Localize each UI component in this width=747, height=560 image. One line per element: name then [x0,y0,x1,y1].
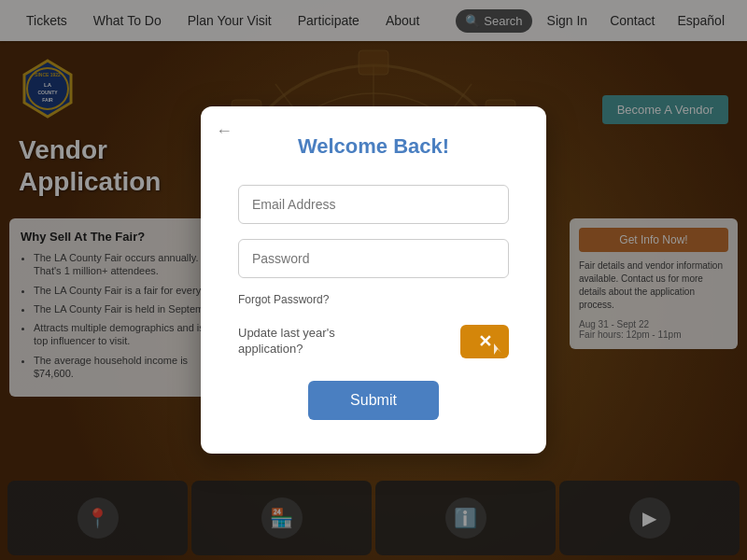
update-toggle[interactable]: ✕ [460,325,509,358]
modal-back-button[interactable]: ← [216,121,233,141]
modal-title: Welcome Back! [238,134,509,159]
login-modal: ← Welcome Back! Forgot Password? Update … [201,106,546,454]
update-label: Update last year'sapplication? [238,326,335,357]
password-input[interactable] [238,239,509,278]
svg-marker-28 [494,343,501,355]
update-application-row: Update last year'sapplication? ✕ [238,325,509,358]
toggle-x-icon: ✕ [478,331,492,352]
modal-overlay: ← Welcome Back! Forgot Password? Update … [0,0,747,560]
forgot-password-link[interactable]: Forgot Password? [238,293,509,306]
email-input[interactable] [238,185,509,224]
cursor-icon [494,343,505,355]
submit-button[interactable]: Submit [308,381,439,420]
